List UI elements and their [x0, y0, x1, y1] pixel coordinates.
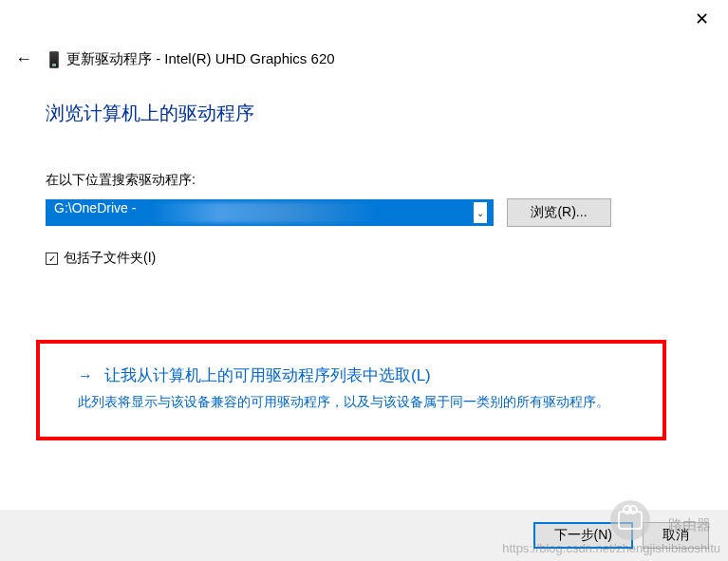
dialog-header: ← 更新驱动程序 - Intel(R) UHD Graphics 620 — [11, 46, 335, 73]
page-heading: 浏览计算机上的驱动程序 — [46, 101, 690, 126]
browse-button[interactable]: 浏览(R)... — [507, 198, 611, 227]
back-arrow-icon: ← — [15, 49, 32, 68]
include-subfolders-label: 包括子文件夹(I) — [64, 250, 156, 267]
dialog-title: 更新驱动程序 - Intel(R) UHD Graphics 620 — [66, 50, 335, 68]
redacted-overlay — [151, 202, 379, 223]
path-value: G:\OneDrive - — [54, 200, 136, 215]
dialog-content: 浏览计算机上的驱动程序 在以下位置搜索驱动程序: G:\OneDrive - ⌄… — [46, 101, 690, 267]
title-row: 更新驱动程序 - Intel(R) UHD Graphics 620 — [49, 50, 335, 68]
title-prefix: 更新驱动程序 - — [66, 50, 164, 66]
device-name: Intel(R) UHD Graphics 620 — [164, 50, 334, 66]
checkmark-icon: ✓ — [48, 253, 56, 264]
path-combobox[interactable]: G:\OneDrive - ⌄ — [46, 199, 494, 226]
option-title: 让我从计算机上的可用驱动程序列表中选取(L) — [104, 365, 431, 386]
search-label: 在以下位置搜索驱动程序: — [46, 172, 690, 189]
next-button[interactable]: 下一步(N) — [533, 522, 633, 549]
chevron-down-icon[interactable]: ⌄ — [474, 202, 487, 223]
option-description: 此列表将显示与该设备兼容的可用驱动程序，以及与该设备属于同一类别的所有驱动程序。 — [78, 392, 625, 412]
close-icon: ✕ — [695, 9, 709, 29]
option-title-row: → 让我从计算机上的可用驱动程序列表中选取(L) — [78, 365, 625, 386]
pick-from-list-option[interactable]: → 让我从计算机上的可用驱动程序列表中选取(L) 此列表将显示与该设备兼容的可用… — [36, 340, 666, 440]
back-button[interactable]: ← — [11, 46, 36, 73]
close-button[interactable]: ✕ — [692, 9, 711, 28]
search-row: G:\OneDrive - ⌄ 浏览(R)... — [46, 198, 690, 227]
cancel-button[interactable]: 取消 — [643, 522, 709, 549]
include-subfolders-checkbox[interactable]: ✓ — [46, 252, 58, 265]
device-icon — [49, 51, 59, 68]
dialog-footer: 下一步(N) 取消 — [0, 510, 728, 561]
arrow-right-icon: → — [78, 367, 93, 384]
include-subfolders-row: ✓ 包括子文件夹(I) — [46, 250, 690, 267]
